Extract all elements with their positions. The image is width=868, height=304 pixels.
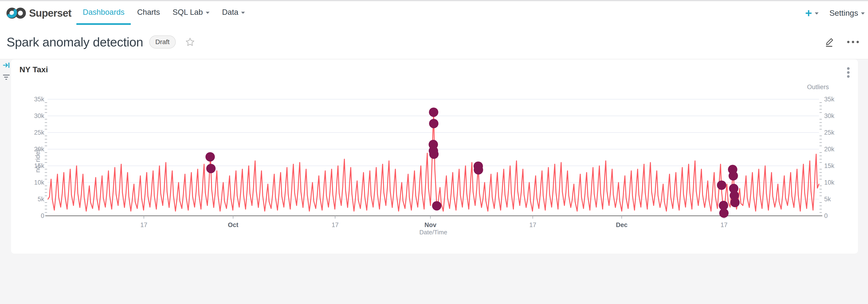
chevron-down-icon xyxy=(815,12,818,15)
y-tick-label-left: 10k xyxy=(34,179,44,186)
y-tick-label-right: 10k xyxy=(824,179,835,186)
anomaly-dot xyxy=(717,181,726,190)
y-tick-label-right: 15k xyxy=(824,162,835,169)
header-right: + Settings xyxy=(805,1,865,25)
anomaly-dot xyxy=(730,198,740,207)
nav-tab-label: Charts xyxy=(137,8,160,17)
filter-icon xyxy=(2,74,10,81)
y-tick-label-left: 5k xyxy=(37,196,44,203)
y-tick-label-left: 35k xyxy=(34,96,44,103)
plus-icon: + xyxy=(805,7,812,19)
x-tick-label: Oct xyxy=(228,221,238,228)
anomaly-dot xyxy=(728,171,738,181)
anomaly-dot xyxy=(474,165,483,174)
page-title: Spark anomaly detection xyxy=(6,35,143,49)
anomaly-dot xyxy=(429,119,438,128)
y-tick-label-right: 35k xyxy=(824,96,835,103)
title-actions xyxy=(824,36,860,47)
nav-tab-data[interactable]: Data xyxy=(216,1,251,25)
nav-tab-dashboards[interactable]: Dashboards xyxy=(76,1,131,25)
arrow-to-bar-icon xyxy=(2,61,10,69)
dashboard-title-bar: Spark anomaly detection Draft xyxy=(0,25,868,59)
favorite-star-button[interactable] xyxy=(185,37,195,47)
x-tick-label: 17 xyxy=(141,221,147,228)
y-tick-label-right: 30k xyxy=(824,112,835,119)
y-tick-label-left: 30k xyxy=(34,112,44,119)
chart-svg: 005k5k10k10k15k15k20k20k25k25k30k30k35k3… xyxy=(11,59,858,254)
chevron-down-icon xyxy=(241,12,245,14)
filter-icon-button[interactable] xyxy=(2,74,10,82)
app-header: Superset Dashboards Charts SQL Lab Data … xyxy=(0,1,868,25)
y-tick-label-left: 25k xyxy=(34,129,44,136)
brand-name: Superset xyxy=(29,7,71,19)
dashboard-content: NY Taxi 005k5k10k10k15k15k20k20k25k25k30… xyxy=(0,59,868,304)
pencil-icon xyxy=(824,36,835,47)
settings-menu[interactable]: Settings xyxy=(829,8,865,18)
x-tick-label: Dec xyxy=(616,221,627,228)
x-tick-label: Nov xyxy=(424,221,436,228)
nav-tab-label: Dashboards xyxy=(83,8,124,17)
new-item-button[interactable]: + xyxy=(805,7,818,19)
x-tick-label: 17 xyxy=(721,221,727,228)
more-actions-button[interactable] xyxy=(846,40,860,44)
anomaly-dot xyxy=(206,152,215,162)
y-tick-label-left: 0 xyxy=(41,212,44,219)
nav-tab-charts[interactable]: Charts xyxy=(131,1,166,25)
y-tick-label-right: 0 xyxy=(824,212,828,219)
x-tick-label: 17 xyxy=(529,221,536,228)
anomaly-dot xyxy=(429,149,439,159)
nav-tab-label: Data xyxy=(222,8,239,17)
status-badge: Draft xyxy=(149,35,176,49)
x-tick-label: 17 xyxy=(332,221,339,228)
y-tick-label-right: 25k xyxy=(824,129,835,136)
x-axis-title: Date/Time xyxy=(386,229,480,236)
settings-label: Settings xyxy=(829,8,858,18)
y-tick-label-right: 20k xyxy=(824,146,835,153)
right-axis-title: Outliers xyxy=(807,83,829,91)
nav-tab-sql-lab[interactable]: SQL Lab xyxy=(166,1,216,25)
nav-tab-label: SQL Lab xyxy=(173,8,203,17)
superset-logo[interactable]: Superset xyxy=(6,1,71,25)
edit-dashboard-button[interactable] xyxy=(824,36,835,47)
anomaly-dot xyxy=(429,107,438,117)
y-tick-label-right: 5k xyxy=(824,196,831,203)
anomaly-dot xyxy=(719,209,728,218)
expand-filter-bar-button[interactable] xyxy=(2,61,10,70)
star-icon xyxy=(185,37,195,47)
main-nav: Dashboards Charts SQL Lab Data xyxy=(76,1,251,25)
infinity-logo-icon xyxy=(6,6,27,21)
anomaly-dot xyxy=(206,164,216,173)
chart-card: NY Taxi 005k5k10k10k15k15k20k20k25k25k30… xyxy=(11,59,858,254)
chevron-down-icon xyxy=(861,12,865,15)
chevron-down-icon xyxy=(206,12,210,14)
ellipsis-icon xyxy=(846,40,860,44)
y-axis-title: no. rides xyxy=(34,142,42,179)
anomaly-dot xyxy=(432,201,441,211)
